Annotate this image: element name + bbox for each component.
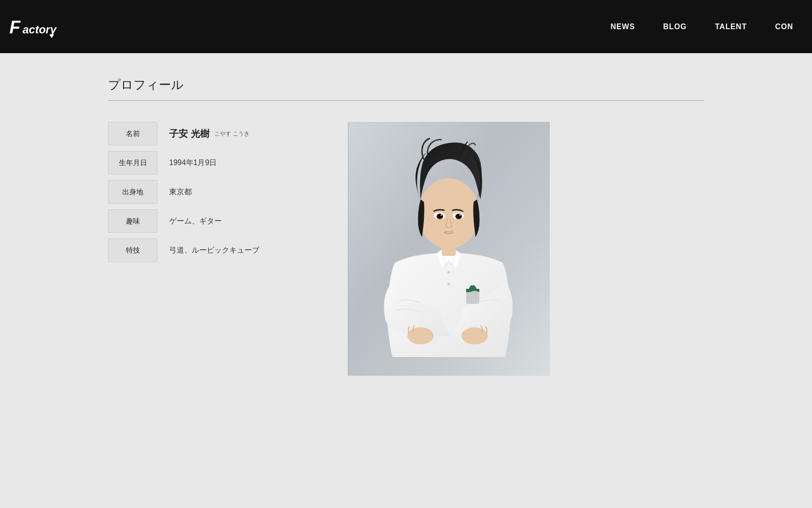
svg-point-19 bbox=[461, 327, 488, 344]
value-birthday: 1994年1月9日 bbox=[157, 158, 217, 168]
profile-table: 名前 子安 光樹 こやす こうき 生年月日 1994年1月9日 出身地 東京都 … bbox=[108, 122, 320, 268]
value-hobby: ゲーム、ギター bbox=[157, 216, 222, 226]
site-header: F actory NEWS BLOG TALENT CON bbox=[0, 0, 812, 53]
svg-point-17 bbox=[447, 283, 450, 286]
svg-point-6 bbox=[418, 178, 479, 249]
label-skill: 特技 bbox=[108, 238, 157, 262]
logo-area[interactable]: F actory bbox=[9, 14, 61, 40]
value-birthplace: 東京都 bbox=[157, 187, 192, 197]
profile-row-hobby: 趣味 ゲーム、ギター bbox=[108, 209, 320, 233]
svg-point-14 bbox=[460, 214, 461, 216]
svg-marker-2 bbox=[49, 34, 54, 38]
nav-blog[interactable]: BLOG bbox=[663, 23, 687, 31]
page-title: プロフィール bbox=[108, 77, 704, 93]
svg-point-16 bbox=[447, 271, 450, 274]
name-reading: こやす こうき bbox=[214, 130, 250, 138]
profile-row-birthplace: 出身地 東京都 bbox=[108, 180, 320, 204]
person-illustration bbox=[348, 122, 550, 376]
main-nav: NEWS BLOG TALENT CON bbox=[610, 23, 793, 31]
label-birthday: 生年月日 bbox=[108, 151, 157, 175]
svg-rect-4 bbox=[348, 122, 349, 376]
svg-point-13 bbox=[441, 214, 442, 216]
svg-point-18 bbox=[407, 327, 434, 344]
svg-text:actory: actory bbox=[23, 23, 57, 36]
label-name: 名前 bbox=[108, 122, 157, 145]
profile-layout: 名前 子安 光樹 こやす こうき 生年月日 1994年1月9日 出身地 東京都 … bbox=[108, 122, 704, 376]
profile-photo bbox=[348, 122, 550, 376]
nav-talent[interactable]: TALENT bbox=[715, 23, 747, 31]
nav-news[interactable]: NEWS bbox=[610, 23, 635, 31]
value-skill: 弓道、ルービックキューブ bbox=[157, 246, 259, 255]
profile-row-birthday: 生年月日 1994年1月9日 bbox=[108, 151, 320, 175]
svg-text:F: F bbox=[9, 17, 21, 37]
factory-logo: F actory bbox=[9, 14, 61, 40]
label-birthplace: 出身地 bbox=[108, 180, 157, 204]
title-divider bbox=[108, 100, 704, 101]
main-content: プロフィール 名前 子安 光樹 こやす こうき 生年月日 1994年1月9日 出… bbox=[0, 53, 812, 404]
value-name: 子安 光樹 こやす こうき bbox=[157, 127, 250, 140]
profile-row-skill: 特技 弓道、ルービックキューブ bbox=[108, 238, 320, 262]
label-hobby: 趣味 bbox=[108, 209, 157, 233]
profile-row-name: 名前 子安 光樹 こやす こうき bbox=[108, 122, 320, 145]
name-main: 子安 光樹 bbox=[169, 127, 210, 140]
nav-contact[interactable]: CON bbox=[775, 23, 793, 31]
